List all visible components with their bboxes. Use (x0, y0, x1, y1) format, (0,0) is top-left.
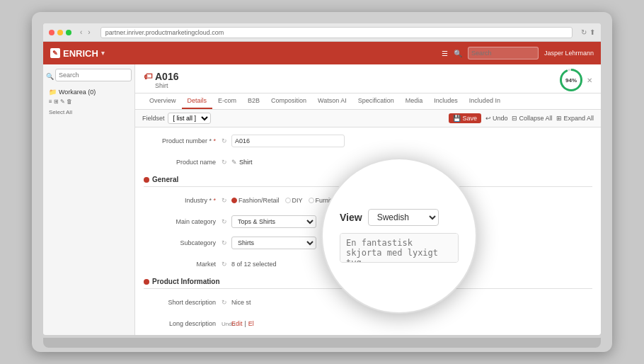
grid-icon[interactable]: ⊞ (54, 98, 59, 105)
radio-diy-dot (285, 198, 291, 203)
browser-bar: ‹ › partner.inriver.productmarketingclou… (43, 23, 601, 42)
tab-composition[interactable]: Composition (265, 93, 312, 109)
hamburger-icon[interactable]: ☰ (442, 50, 448, 57)
radio-furniture-dot (309, 198, 314, 203)
expand-icon: ⊞ (556, 115, 562, 122)
sync-icon-6: ↻ (222, 261, 231, 268)
close-product-icon[interactable]: ✕ (587, 76, 592, 84)
nav-search-input[interactable] (468, 47, 539, 59)
industry-label: Industry * (144, 197, 222, 204)
sync-icon-5: ↻ (222, 239, 231, 246)
sync-icon-2: ↻ (222, 159, 231, 166)
magnify-view-label: View (340, 212, 362, 223)
sidebar-toolbar: ≡ ⊞ ✎ 🗑 (46, 97, 132, 106)
app-container: ✎ ENRICH ▾ ☰ 🔍 Jasper Lehrmann 🔍 (43, 42, 601, 335)
tab-b2b[interactable]: B2B (242, 93, 265, 109)
fieldset-dropdown[interactable]: [ list all ] (168, 113, 211, 124)
sync-icon-7: ↻ (222, 299, 231, 306)
logo-text: ENRICH (63, 48, 98, 59)
workarea-icon: 📁 (49, 89, 57, 96)
tab-media[interactable]: Media (400, 93, 429, 109)
toolbar-actions: 💾 Save ↩ Undo ⊟ Collapse All (449, 113, 594, 123)
sync-icon-3: ↻ (222, 197, 231, 204)
delete-icon[interactable]: 🗑 (67, 98, 72, 105)
back-arrow-icon[interactable]: ‹ (79, 28, 84, 36)
logo-area: ✎ ENRICH ▾ (50, 48, 105, 59)
reload-icon[interactable]: ↻ (581, 28, 587, 36)
magnify-view-row: View English Swedish German French Spani… (340, 209, 459, 226)
url-text: partner.inriver.productmarketingcloud.co… (105, 29, 224, 36)
edit-icon[interactable]: ✎ (60, 98, 65, 105)
nav-dropdown-icon[interactable]: ▾ (101, 50, 105, 57)
search-nav-icon[interactable]: 🔍 (454, 50, 462, 57)
tab-bar: Overview Details E-com B2B Composition W… (135, 93, 601, 110)
section-dot (144, 177, 149, 183)
sidebar-search-input[interactable] (55, 69, 132, 81)
radio-diy[interactable]: DIY (285, 197, 303, 204)
product-name-value: Shirt (239, 159, 253, 166)
extra-label[interactable]: El (248, 320, 254, 327)
product-id-text: A016 (155, 71, 178, 82)
edit-label[interactable]: Edit (231, 320, 243, 327)
select-all-label[interactable]: Select All (46, 108, 132, 117)
magnify-textarea[interactable] (340, 233, 459, 263)
radio-fashion-label: Fashion/Retail (238, 197, 280, 204)
product-subtitle: Shirt (155, 82, 178, 89)
long-desc-label: Long description (144, 320, 222, 327)
tab-watson[interactable]: Watson AI (312, 93, 352, 109)
logo-icon: ✎ (50, 48, 60, 58)
sync-icon-1: ↻ (222, 137, 231, 144)
product-info-section-title: Product Information (152, 278, 220, 285)
undo-icon: ↩ (485, 115, 491, 122)
edit-pencil-icon[interactable]: ✎ (231, 159, 237, 166)
tag-icon: 🏷 (144, 72, 152, 81)
url-bar[interactable]: partner.inriver.productmarketingcloud.co… (100, 27, 573, 38)
save-button[interactable]: 💾 Save (449, 113, 481, 123)
tab-includes[interactable]: Includes (428, 93, 464, 109)
language-select[interactable]: English Swedish German French Spanish (368, 209, 439, 226)
fieldset-label: Fieldset (142, 115, 165, 122)
tab-overview[interactable]: Overview (144, 93, 182, 109)
close-btn[interactable] (49, 30, 54, 35)
tab-details[interactable]: Details (182, 93, 213, 109)
product-info-section-dot (144, 279, 149, 285)
main-category-select[interactable]: Tops & Shirts (231, 215, 316, 228)
market-label: Market (144, 261, 222, 268)
undo-label: Undo (493, 115, 508, 122)
subcategory-select[interactable]: Shirts (231, 237, 316, 249)
maximize-btn[interactable] (66, 30, 71, 35)
laptop-screen: ‹ › partner.inriver.productmarketingclou… (43, 23, 601, 335)
fieldset-selector: Fieldset [ list all ] (142, 113, 211, 124)
share-icon[interactable]: ⬆ (590, 28, 595, 36)
radio-fashion[interactable]: Fashion/Retail (231, 197, 280, 204)
product-score-value: 94% (562, 71, 580, 89)
magnify-overlay: View English Swedish German French Spani… (321, 158, 477, 314)
sidebar: 🔍 📁 Workarea (0) ≡ ⊞ ✎ 🗑 Select All (43, 64, 135, 335)
minimize-btn[interactable] (57, 30, 63, 35)
short-desc-value: Nice st (231, 299, 251, 306)
undo-button[interactable]: ↩ Undo (485, 115, 508, 122)
workarea-label: Workarea (0) (59, 89, 96, 96)
expand-button[interactable]: ⊞ Expand All (556, 115, 594, 122)
tab-ecom[interactable]: E-com (212, 93, 242, 109)
collapse-label: Collapse All (519, 115, 552, 122)
view-label-2: | (245, 320, 246, 327)
main-category-label: Main category (144, 218, 222, 225)
laptop-base (43, 338, 601, 348)
tab-specification[interactable]: Specification (352, 93, 400, 109)
product-name-label: Product name (144, 159, 222, 166)
product-number-input[interactable] (231, 135, 345, 147)
save-icon: 💾 (453, 115, 461, 122)
general-section-title: General (152, 176, 178, 183)
collapse-button[interactable]: ⊟ Collapse All (512, 115, 552, 122)
content-panel: 🏷 A016 Shirt 94% ✕ (135, 64, 601, 335)
list-icon[interactable]: ≡ (49, 98, 52, 105)
save-label: Save (462, 115, 477, 122)
forward-arrow-icon[interactable]: › (86, 28, 91, 36)
tab-included-in[interactable]: Included In (464, 93, 506, 109)
radio-fashion-dot (231, 198, 237, 203)
main-area: 🔍 📁 Workarea (0) ≡ ⊞ ✎ 🗑 Select All (43, 64, 601, 335)
radio-diy-label: DIY (292, 197, 303, 204)
undo-icon-2: Undo (222, 321, 231, 327)
expand-label: Expand All (563, 115, 594, 122)
